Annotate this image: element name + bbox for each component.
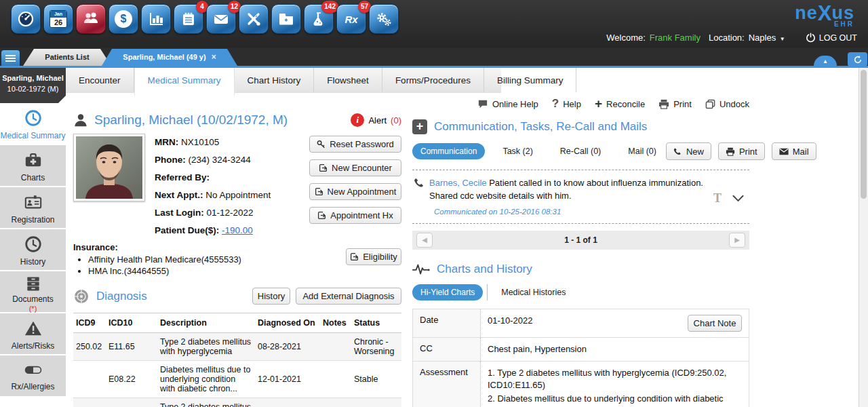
settings-icon[interactable] bbox=[369, 4, 399, 34]
undock-button[interactable]: Undock bbox=[705, 99, 749, 109]
diagnosis-title: Diagnosis bbox=[96, 290, 147, 303]
sidebar-item-rx-allergies[interactable]: Rx/Allergies bbox=[0, 355, 66, 398]
warning-triangle-icon bbox=[24, 319, 43, 338]
collapse-panel-button[interactable]: ▲ bbox=[814, 56, 837, 66]
sidebar-item-history[interactable]: History bbox=[0, 229, 66, 271]
plus-square-icon[interactable]: + bbox=[412, 119, 427, 134]
table-row[interactable]: E08.22 Diabetes mellitus due to underlyi… bbox=[73, 361, 401, 398]
reports-icon[interactable] bbox=[141, 4, 171, 34]
chevron-down-icon[interactable] bbox=[732, 195, 744, 202]
tab-communication[interactable]: Communication bbox=[412, 143, 485, 159]
mail-communication-button[interactable]: Mail bbox=[772, 142, 816, 160]
logout-button[interactable]: LOG OUT bbox=[806, 33, 857, 43]
sidebar-item-documents[interactable]: Documents (*) bbox=[0, 271, 66, 313]
table-row[interactable]: 250.02 E11.65 Type 2 diabetes mellitus w… bbox=[73, 333, 401, 361]
location-dropdown[interactable]: Naples ▼ bbox=[749, 33, 785, 43]
table-row[interactable]: E11.9 Type 2 diabetes mellitus without c… bbox=[73, 398, 401, 407]
appointment-hx-button[interactable]: Appointment Hx bbox=[309, 207, 401, 224]
sidebar-item-charts[interactable]: Charts bbox=[0, 145, 66, 187]
main-panel: Encounter Medical Summary Chart History … bbox=[66, 68, 868, 407]
top-header: Jan 26 $ 4 12 bbox=[0, 0, 868, 47]
tab-encounter[interactable]: Encounter bbox=[66, 68, 134, 92]
tab-menu-button[interactable] bbox=[1, 50, 20, 66]
patient-details: MRN: NX10105 Phone: (234) 324-3244 Refer… bbox=[155, 134, 309, 239]
sidebar-patient-card: Sparling, Michael 10-02-1972 (M) bbox=[0, 68, 66, 103]
nexus-ehr-app: Jan 26 $ 4 12 bbox=[0, 0, 868, 407]
tab-active-patient[interactable]: Sparling, Michael (49 y)× bbox=[102, 49, 237, 66]
new-window-icon bbox=[350, 252, 359, 261]
mrn-value: NX10105 bbox=[181, 137, 219, 147]
diagnosis-history-button[interactable]: History bbox=[252, 288, 290, 305]
reset-password-button[interactable]: Reset Password bbox=[309, 136, 401, 153]
sidebar-item-medical-summary[interactable]: Medical Summary bbox=[0, 103, 66, 145]
patients-icon[interactable] bbox=[76, 4, 106, 34]
add-external-diagnosis-button[interactable]: Add External Diagnosis bbox=[296, 288, 401, 305]
alert-indicator[interactable]: i Alert (0) bbox=[351, 113, 401, 127]
patient-due-link[interactable]: -190.00 bbox=[222, 225, 253, 235]
procedures-icon[interactable] bbox=[239, 4, 269, 34]
reconcile-button[interactable]: + Reconcile bbox=[595, 99, 645, 109]
print-communication-button[interactable]: Print bbox=[718, 142, 765, 160]
pagination-text: 1 - 1 of 1 bbox=[412, 235, 749, 245]
prev-page-button[interactable]: ◀ bbox=[416, 233, 433, 248]
scrollbar-thumb[interactable] bbox=[861, 70, 867, 199]
insurance-item: Affinity Health Plan Medicare(4555533) bbox=[88, 254, 241, 265]
hi-yield-chart-table: Date 01-10-2022 Chart Note CC Chest pain… bbox=[412, 309, 749, 407]
location-label: Location: bbox=[709, 33, 745, 43]
nexus-logo: neXus EHR bbox=[795, 1, 854, 28]
online-help-button[interactable]: Online Help bbox=[477, 99, 538, 109]
sidebar-item-registration[interactable]: Registration bbox=[0, 187, 66, 229]
messages-icon[interactable]: 12 bbox=[206, 4, 236, 34]
tasks-icon[interactable]: 4 bbox=[174, 4, 203, 34]
sidebar-item-label: Registration bbox=[0, 215, 66, 225]
communication-item[interactable]: Barnes, Cecile Patient called in to know… bbox=[412, 170, 749, 224]
tab-patients-list[interactable]: Patients List bbox=[23, 49, 111, 66]
person-icon bbox=[73, 113, 88, 128]
phone-icon bbox=[414, 177, 425, 189]
billing-icon[interactable]: $ bbox=[108, 4, 138, 34]
vertical-scrollbar[interactable] bbox=[859, 68, 868, 407]
communication-pagination: ◀ 1 - 1 of 1 ▶ bbox=[412, 231, 749, 250]
print-button[interactable]: Print bbox=[658, 99, 692, 109]
archive-drawers-icon bbox=[24, 275, 42, 292]
clock-icon bbox=[24, 109, 43, 128]
assessment-value: 1. Type 2 diabetes mellitus with hypergl… bbox=[481, 362, 749, 407]
help-button[interactable]: ? Help bbox=[552, 97, 581, 111]
new-encounter-button[interactable]: New Encounter bbox=[309, 159, 401, 176]
documents-asterisk-note: (*) bbox=[29, 305, 37, 313]
documents-icon[interactable] bbox=[271, 4, 301, 34]
next-page-button[interactable]: ▶ bbox=[729, 233, 745, 248]
tab-flowsheet[interactable]: Flowsheet bbox=[314, 68, 382, 92]
dashboard-icon[interactable] bbox=[11, 4, 41, 34]
refresh-button[interactable] bbox=[848, 52, 867, 66]
eligibility-button[interactable]: Eligibility bbox=[346, 248, 401, 265]
chevron-down-icon: ▼ bbox=[780, 36, 785, 42]
tab-medical-summary[interactable]: Medical Summary bbox=[134, 68, 235, 96]
new-communication-button[interactable]: New bbox=[666, 142, 711, 160]
tab-hi-yield-charts[interactable]: Hi-Yield Charts bbox=[412, 284, 483, 301]
col-notes: Notes bbox=[320, 313, 351, 333]
sidebar-item-label: Medical Summary bbox=[0, 131, 66, 140]
tab-mail[interactable]: Mail (0) bbox=[618, 147, 666, 156]
chart-note-button[interactable]: Chart Note bbox=[688, 315, 742, 332]
rx-icon[interactable]: Rx 57 bbox=[336, 4, 366, 34]
contact-link[interactable]: Barnes, Cecile bbox=[429, 178, 487, 188]
col-description: Description bbox=[157, 313, 255, 333]
tab-forms-procedures[interactable]: Forms/Procedures bbox=[382, 68, 484, 92]
patient-due-label: Patient Due($): bbox=[155, 225, 219, 235]
calendar-icon[interactable]: Jan 26 bbox=[43, 4, 73, 34]
sidebar-item-alerts-risks[interactable]: Alerts/Risks bbox=[0, 313, 66, 355]
tab-medical-histories[interactable]: Medical Histories bbox=[492, 288, 575, 297]
printer-icon bbox=[658, 99, 669, 109]
close-tab-icon[interactable]: × bbox=[212, 52, 216, 62]
tab-billing-summary[interactable]: Billing Summary bbox=[484, 68, 577, 92]
labs-icon[interactable]: 142 bbox=[304, 4, 334, 34]
alert-count: (0) bbox=[391, 115, 401, 125]
tab-task[interactable]: Task (2) bbox=[493, 147, 542, 156]
tab-recall[interactable]: Re-Call (0) bbox=[551, 147, 610, 156]
text-format-icon[interactable]: T bbox=[713, 191, 722, 206]
referred-by-label: Referred By: bbox=[155, 172, 210, 182]
new-appointment-button[interactable]: New Appointment bbox=[309, 183, 401, 200]
tab-chart-history[interactable]: Chart History bbox=[235, 68, 315, 92]
last-login-value: 01-12-2022 bbox=[207, 208, 254, 218]
